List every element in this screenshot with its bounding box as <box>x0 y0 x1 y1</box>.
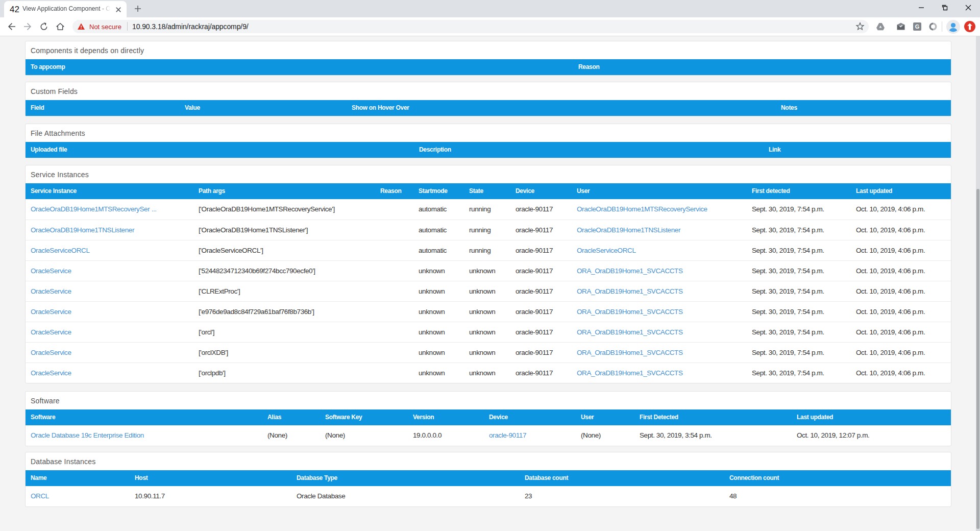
svg-text:G: G <box>915 23 920 30</box>
